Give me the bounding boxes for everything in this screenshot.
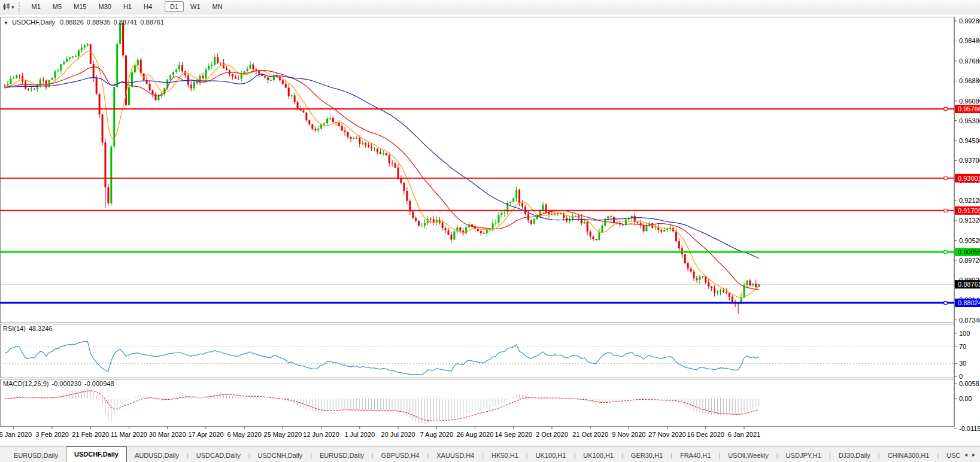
- level-price-label: 0.93001: [955, 174, 980, 183]
- rsi-axis: 10070300: [954, 330, 970, 380]
- svg-text:100: 100: [959, 330, 970, 337]
- svg-text:0.90520: 0.90520: [959, 237, 980, 244]
- chart-tab-uk100-h1[interactable]: UK100,H1: [575, 449, 621, 462]
- svg-text:30 Mar 2020: 30 Mar 2020: [149, 431, 186, 438]
- chart-tab-usoil-weekly[interactable]: USOil,Weekly: [720, 449, 776, 462]
- svg-text:0.93700: 0.93700: [959, 157, 980, 164]
- svg-text:26 Aug 2020: 26 Aug 2020: [457, 431, 494, 438]
- current-price-label: 0.88761: [955, 280, 980, 288]
- rsi-name: RSI(14): [3, 325, 26, 332]
- chart-tab-usoil-[interactable]: USOil,: [939, 449, 960, 462]
- svg-text:21 Feb 2020: 21 Feb 2020: [72, 431, 109, 438]
- timeframe-button-m5[interactable]: M5: [47, 1, 67, 12]
- svg-text:0.96880: 0.96880: [959, 77, 980, 84]
- date-axis: 15 Jan 20203 Feb 202021 Feb 202011 Mar 2…: [0, 426, 760, 438]
- quote-open: 0.88826: [60, 19, 84, 26]
- chart-tab-usdcad-daily[interactable]: USDCAD,Daily: [189, 449, 248, 462]
- chart-tab-usdcnh-daily[interactable]: USDCNH,Daily: [250, 449, 311, 462]
- mt4-terminal: ▾ M1M5M15M30H1H4D1W1MN ▼USDCHF,Daily0.88…: [0, 0, 980, 462]
- svg-text:6 Jan 2021: 6 Jan 2021: [728, 431, 760, 438]
- svg-text:0.95766: 0.95766: [958, 105, 980, 113]
- svg-text:0.88024: 0.88024: [958, 299, 980, 306]
- toolbar-grip-handle[interactable]: [19, 2, 22, 11]
- svg-text:0.00: 0.00: [959, 395, 972, 402]
- macd-axis: 0.0058180.00-0.011514: [954, 380, 980, 432]
- svg-text:3 Feb 2020: 3 Feb 2020: [35, 431, 69, 438]
- chart-tab-fra40-h1[interactable]: FRA40,H1: [672, 449, 718, 462]
- timeframe-button-mn[interactable]: MN: [207, 1, 228, 12]
- svg-text:15 Jan 2020: 15 Jan 2020: [0, 431, 32, 438]
- svg-text:9 Nov 2020: 9 Nov 2020: [612, 431, 645, 438]
- tab-scroll-left-icon[interactable]: ◂: [964, 451, 967, 458]
- svg-text:1 Jul 2020: 1 Jul 2020: [344, 431, 375, 438]
- svg-text:-0.011514: -0.011514: [959, 425, 980, 432]
- chart-tab-gbpusd-h4[interactable]: GBPUSD,H4: [374, 449, 427, 462]
- hline-handle[interactable]: [944, 251, 947, 254]
- timeframe-button-h4[interactable]: H4: [138, 1, 157, 12]
- chart-tab-eurusd-daily[interactable]: EURUSD,Daily: [6, 449, 66, 462]
- quote-high: 0.88935: [87, 19, 111, 26]
- chart-tab-xauusd-h4[interactable]: XAUUSD,H4: [429, 449, 482, 462]
- level-price-label: 0.91709: [955, 206, 980, 215]
- timeframe-button-m15[interactable]: M15: [68, 1, 92, 12]
- candlestick-chart-icon: [2, 3, 10, 11]
- svg-text:0.96080: 0.96080: [959, 98, 980, 105]
- svg-text:0.88761: 0.88761: [958, 281, 980, 288]
- level-price-label: 0.88024: [955, 299, 980, 307]
- svg-text:0.94500: 0.94500: [959, 137, 980, 144]
- svg-text:0.87340: 0.87340: [959, 317, 980, 324]
- svg-text:0.91709: 0.91709: [958, 207, 980, 214]
- svg-text:0.99280: 0.99280: [959, 17, 980, 25]
- svg-text:0.005818: 0.005818: [959, 380, 980, 387]
- price-panel[interactable]: [1, 17, 955, 323]
- chart-tab-ger30-h1[interactable]: GER30,H1: [623, 449, 670, 462]
- tab-scroll-right-icon[interactable]: ▸: [972, 451, 975, 458]
- hline-handle[interactable]: [944, 108, 947, 111]
- chart-tab-dj30-daily[interactable]: DJ30,Daily: [831, 449, 878, 462]
- timeframe-button-m30[interactable]: M30: [93, 1, 117, 12]
- chart-tab-usdjpy-h1[interactable]: USDJPY,H1: [778, 449, 829, 462]
- rsi-value: 48.3246: [29, 325, 53, 332]
- chart-tab-uk100-h1[interactable]: UK100,H1: [528, 449, 574, 462]
- svg-text:0.93001: 0.93001: [958, 175, 980, 182]
- svg-text:25 May 2020: 25 May 2020: [264, 431, 302, 438]
- chart-tab-eurusd-daily[interactable]: EURUSD,Daily: [312, 449, 372, 462]
- svg-text:30: 30: [959, 360, 966, 367]
- svg-text:6 May 2020: 6 May 2020: [227, 431, 261, 438]
- chart-tab-hk50-h1[interactable]: HK50,H1: [484, 449, 526, 462]
- hline-handle[interactable]: [944, 177, 947, 180]
- chart-type-dropdown-caret[interactable]: ▾: [11, 4, 14, 10]
- timeframe-button-d1[interactable]: D1: [165, 1, 184, 12]
- hline-handle[interactable]: [944, 209, 947, 212]
- svg-text:70: 70: [959, 343, 966, 350]
- svg-text:0.97680: 0.97680: [959, 57, 980, 65]
- timeframe-button-w1[interactable]: W1: [185, 1, 206, 12]
- svg-text:0: 0: [959, 373, 963, 380]
- svg-text:0.89720: 0.89720: [959, 257, 980, 264]
- chart-canvas[interactable]: 0.992800.984800.976800.968800.960800.953…: [0, 13, 980, 446]
- chart-tabs: EURUSD,DailyUSDCHF,DailyAUDUSD,Daily|USD…: [0, 446, 960, 462]
- svg-text:20 Jul 2020: 20 Jul 2020: [381, 431, 415, 438]
- chart-tab-audusd-daily[interactable]: AUDUSD,Daily: [127, 449, 187, 462]
- tab-scroll-arrows: ◂ ▸: [960, 446, 980, 462]
- macd-signal-value: -0.000948: [84, 380, 114, 387]
- timeframe-button-h1[interactable]: H1: [118, 1, 137, 12]
- chart-tab-usdchf-daily[interactable]: USDCHF,Daily: [66, 446, 127, 462]
- svg-text:11 Mar 2020: 11 Mar 2020: [111, 431, 147, 438]
- svg-text:17 Apr 2020: 17 Apr 2020: [188, 431, 223, 438]
- chart-tab-china300-h1[interactable]: CHINA300,H1: [880, 449, 937, 462]
- rsi-panel[interactable]: [1, 324, 955, 378]
- level-price-label: 0.90055: [955, 248, 980, 256]
- timeframe-toolbar: ▾ M1M5M15M30H1H4D1W1MN: [0, 0, 980, 14]
- macd-panel[interactable]: [1, 379, 955, 427]
- svg-text:0.92120: 0.92120: [959, 197, 980, 204]
- timeframe-buttons: M1M5M15M30H1H4D1W1MN: [26, 3, 229, 11]
- timeframe-button-m1[interactable]: M1: [26, 1, 46, 12]
- chart-symbol: USDCHF,Daily: [12, 19, 55, 26]
- macd-indicator-label: MACD(12,26,9)-0.000230-0.000948: [3, 380, 114, 387]
- hline-handle[interactable]: [944, 301, 947, 304]
- svg-text:16 Dec 2020: 16 Dec 2020: [687, 431, 724, 438]
- quote-close: 0.88761: [140, 19, 164, 26]
- chart-collapse-caret[interactable]: ▼: [4, 20, 8, 26]
- chart-type-icon[interactable]: [2, 3, 10, 11]
